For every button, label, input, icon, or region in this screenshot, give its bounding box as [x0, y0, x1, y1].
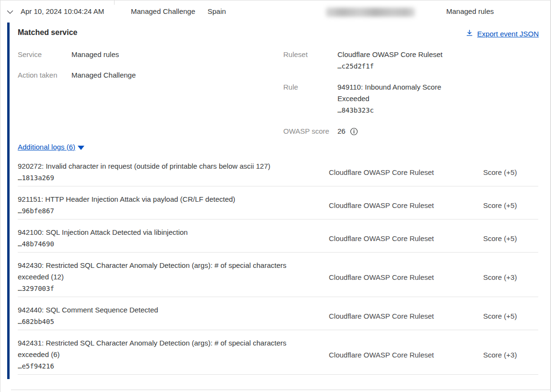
ruleset-id: …c25d2f1f	[337, 60, 457, 72]
action-taken-label: Action taken	[18, 69, 71, 81]
additional-logs-toggle[interactable]: Additional logs (6)	[18, 143, 84, 151]
fields-right-column: Ruleset Cloudflare OWASP Core Ruleset …c…	[283, 49, 457, 137]
panel-bottom-divider	[11, 390, 551, 390]
triangle-down-icon	[78, 146, 84, 150]
log-rule-id: …e5f94216	[18, 360, 329, 372]
rule-id: …843b323c	[337, 104, 457, 116]
event-timestamp: Apr 10, 2024 10:04:24 AM	[21, 7, 104, 15]
log-score: Score (+5)	[483, 312, 538, 320]
panel-header: Matched service Export event JSON	[18, 28, 537, 38]
export-link-label: Export event JSON	[477, 30, 539, 38]
log-description: 942430: Restricted SQL Character Anomaly…	[18, 260, 301, 283]
redacted-hostname-blur	[326, 8, 415, 17]
log-description-cell: 942440: SQL Comment Sequence Detected …6…	[18, 304, 329, 327]
action-taken-value: Managed Challenge	[71, 69, 273, 81]
log-score: Score (+5)	[483, 201, 538, 209]
event-detail-sheet: Apr 10, 2024 10:04:24 AM Managed Challen…	[0, 0, 551, 392]
additional-logs-table: 920272: Invalid character in request (ou…	[18, 158, 538, 375]
panel-title: Matched service	[18, 28, 78, 37]
rule-label: Rule	[283, 81, 337, 116]
service-value: Managed rules	[71, 49, 273, 60]
log-description: 942440: SQL Comment Sequence Detected	[18, 304, 301, 316]
log-description: 921151: HTTP Header Injection Attack via…	[18, 194, 301, 205]
log-description-cell: 920272: Invalid character in request (ou…	[18, 161, 329, 184]
log-rule-id: …1813a269	[18, 172, 329, 184]
matched-service-panel: Matched service Export event JSON Servic…	[0, 23, 550, 390]
download-icon	[466, 29, 473, 38]
ruleset-label: Ruleset	[283, 49, 337, 72]
owasp-score-value: 26	[337, 126, 346, 137]
log-description-cell: 942100: SQL Injection Attack Detected vi…	[18, 227, 329, 250]
rule-value-block: 949110: Inbound Anomaly Score Exceeded ……	[337, 81, 457, 116]
info-icon[interactable]	[350, 127, 358, 136]
log-ruleset: Cloudflare OWASP Core Ruleset	[329, 234, 483, 242]
column-divider-tick	[114, 0, 115, 5]
service-label: Service	[18, 49, 71, 60]
owasp-score-value-block: 26	[337, 126, 457, 137]
log-row: 942440: SQL Comment Sequence Detected …6…	[18, 297, 538, 330]
log-rule-id: …3297003f	[18, 283, 329, 294]
log-row: 942430: Restricted SQL Character Anomaly…	[18, 253, 538, 297]
expanded-row-accent-bar	[7, 23, 10, 379]
log-description: 920272: Invalid character in request (ou…	[18, 161, 301, 172]
ruleset-value-block: Cloudflare OWASP Core Ruleset …c25d2f1f	[337, 49, 457, 72]
log-row: 921151: HTTP Header Injection Attack via…	[18, 186, 538, 219]
event-country: Spain	[208, 7, 226, 15]
additional-logs-label: Additional logs (6)	[18, 143, 75, 151]
log-description: 942100: SQL Injection Attack Detected vi…	[18, 227, 301, 238]
fields-left-column: Service Managed rules Action taken Manag…	[18, 49, 273, 81]
log-description-cell: 942430: Restricted SQL Character Anomaly…	[18, 260, 329, 294]
log-score: Score (+3)	[483, 351, 538, 359]
owasp-score-label: OWASP score	[283, 126, 337, 137]
fields-area: Service Managed rules Action taken Manag…	[18, 38, 537, 137]
event-summary-row[interactable]: Apr 10, 2024 10:04:24 AM Managed Challen…	[0, 0, 550, 23]
log-rule-id: …96bfe867	[18, 205, 329, 217]
log-rule-id: …682bb405	[18, 316, 329, 327]
log-ruleset: Cloudflare OWASP Core Ruleset	[329, 312, 483, 320]
log-score: Score (+5)	[483, 234, 538, 242]
log-description-cell: 921151: HTTP Header Injection Attack via…	[18, 194, 329, 217]
log-score: Score (+3)	[483, 273, 538, 281]
event-service: Managed rules	[446, 7, 494, 15]
log-ruleset: Cloudflare OWASP Core Ruleset	[329, 201, 483, 209]
log-ruleset: Cloudflare OWASP Core Ruleset	[329, 273, 483, 281]
ruleset-name: Cloudflare OWASP Core Ruleset	[337, 49, 457, 60]
log-row: 942431: Restricted SQL Character Anomaly…	[18, 330, 538, 375]
log-ruleset: Cloudflare OWASP Core Ruleset	[329, 168, 483, 176]
rule-name: 949110: Inbound Anomaly Score Exceeded	[337, 81, 457, 104]
log-score: Score (+5)	[483, 168, 538, 176]
export-event-json-link[interactable]: Export event JSON	[466, 29, 539, 38]
event-action: Managed Challenge	[131, 7, 195, 15]
log-row: 920272: Invalid character in request (ou…	[18, 158, 538, 186]
chevron-down-icon[interactable]	[6, 8, 14, 16]
log-row: 942100: SQL Injection Attack Detected vi…	[18, 219, 538, 253]
log-ruleset: Cloudflare OWASP Core Ruleset	[329, 351, 483, 359]
log-rule-id: …48b74690	[18, 238, 329, 250]
log-description-cell: 942431: Restricted SQL Character Anomaly…	[18, 337, 329, 372]
log-description: 942431: Restricted SQL Character Anomaly…	[18, 337, 301, 360]
